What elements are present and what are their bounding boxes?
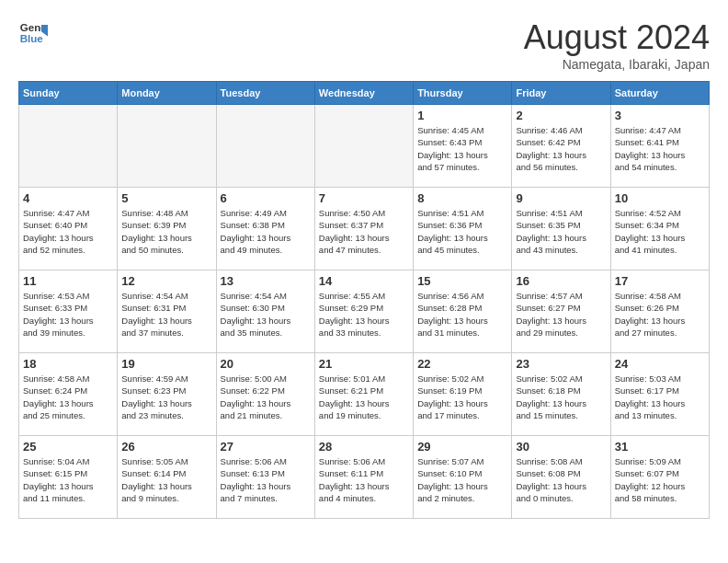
- day-number: 30: [516, 440, 606, 454]
- day-number: 7: [319, 191, 409, 205]
- calendar-cell: 3Sunrise: 4:47 AM Sunset: 6:41 PM Daylig…: [610, 105, 709, 188]
- day-number: 13: [221, 274, 311, 288]
- day-number: 26: [121, 440, 211, 454]
- calendar-week-row: 25Sunrise: 5:04 AM Sunset: 6:15 PM Dayli…: [19, 436, 710, 519]
- calendar-cell: 17Sunrise: 4:58 AM Sunset: 6:26 PM Dayli…: [610, 270, 709, 353]
- calendar-table: SundayMondayTuesdayWednesdayThursdayFrid…: [18, 81, 710, 519]
- calendar-cell: 31Sunrise: 5:09 AM Sunset: 6:07 PM Dayli…: [610, 436, 709, 519]
- day-info: Sunrise: 4:48 AM Sunset: 6:39 PM Dayligh…: [121, 207, 211, 256]
- weekday-header: Saturday: [610, 82, 709, 105]
- day-info: Sunrise: 5:06 AM Sunset: 6:11 PM Dayligh…: [319, 455, 409, 504]
- calendar-cell: [314, 105, 413, 188]
- header: General Blue August 2024 Namegata, Ibara…: [18, 18, 710, 72]
- day-info: Sunrise: 5:07 AM Sunset: 6:10 PM Dayligh…: [417, 455, 507, 504]
- calendar-cell: 15Sunrise: 4:56 AM Sunset: 6:28 PM Dayli…: [414, 270, 512, 353]
- day-number: 1: [417, 109, 507, 122]
- day-info: Sunrise: 5:02 AM Sunset: 6:18 PM Dayligh…: [516, 373, 606, 421]
- weekday-header: Thursday: [414, 82, 512, 105]
- day-number: 9: [516, 191, 606, 205]
- day-number: 15: [417, 274, 507, 288]
- calendar-cell: 9Sunrise: 4:51 AM Sunset: 6:35 PM Daylig…: [512, 188, 610, 270]
- day-info: Sunrise: 5:00 AM Sunset: 6:22 PM Dayligh…: [221, 373, 311, 421]
- calendar-cell: 21Sunrise: 5:01 AM Sunset: 6:21 PM Dayli…: [314, 353, 413, 436]
- calendar-cell: [118, 105, 216, 188]
- calendar-cell: 19Sunrise: 4:59 AM Sunset: 6:23 PM Dayli…: [118, 353, 216, 436]
- day-info: Sunrise: 4:47 AM Sunset: 6:41 PM Dayligh…: [615, 124, 705, 173]
- day-info: Sunrise: 4:51 AM Sunset: 6:35 PM Dayligh…: [516, 207, 606, 256]
- day-info: Sunrise: 4:56 AM Sunset: 6:28 PM Dayligh…: [417, 290, 507, 339]
- day-info: Sunrise: 5:01 AM Sunset: 6:21 PM Dayligh…: [319, 373, 409, 421]
- weekday-header: Monday: [118, 82, 216, 105]
- calendar-cell: 28Sunrise: 5:06 AM Sunset: 6:11 PM Dayli…: [314, 436, 413, 519]
- day-info: Sunrise: 4:53 AM Sunset: 6:33 PM Dayligh…: [23, 290, 113, 339]
- day-number: 4: [23, 191, 113, 205]
- day-number: 21: [319, 357, 409, 371]
- calendar-cell: 10Sunrise: 4:52 AM Sunset: 6:34 PM Dayli…: [610, 188, 709, 270]
- day-info: Sunrise: 4:51 AM Sunset: 6:36 PM Dayligh…: [417, 207, 507, 256]
- day-info: Sunrise: 5:02 AM Sunset: 6:19 PM Dayligh…: [417, 373, 507, 421]
- day-number: 5: [121, 191, 211, 205]
- day-number: 2: [516, 109, 606, 122]
- logo-icon: General Blue: [18, 18, 48, 48]
- day-number: 11: [23, 274, 113, 288]
- calendar-cell: 29Sunrise: 5:07 AM Sunset: 6:10 PM Dayli…: [414, 436, 512, 519]
- calendar-cell: 24Sunrise: 5:03 AM Sunset: 6:17 PM Dayli…: [610, 353, 709, 436]
- calendar-cell: 5Sunrise: 4:48 AM Sunset: 6:39 PM Daylig…: [118, 188, 216, 270]
- calendar-cell: 1Sunrise: 4:45 AM Sunset: 6:43 PM Daylig…: [414, 105, 512, 188]
- weekday-header: Sunday: [19, 82, 118, 105]
- calendar-week-row: 11Sunrise: 4:53 AM Sunset: 6:33 PM Dayli…: [19, 270, 710, 353]
- calendar-cell: 6Sunrise: 4:49 AM Sunset: 6:38 PM Daylig…: [216, 188, 314, 270]
- weekday-header: Friday: [512, 82, 610, 105]
- calendar-cell: 22Sunrise: 5:02 AM Sunset: 6:19 PM Dayli…: [414, 353, 512, 436]
- day-info: Sunrise: 5:05 AM Sunset: 6:14 PM Dayligh…: [121, 455, 211, 504]
- title-block: August 2024 Namegata, Ibaraki, Japan: [524, 18, 710, 72]
- calendar-week-row: 1Sunrise: 4:45 AM Sunset: 6:43 PM Daylig…: [19, 105, 710, 188]
- calendar-cell: 26Sunrise: 5:05 AM Sunset: 6:14 PM Dayli…: [118, 436, 216, 519]
- day-info: Sunrise: 4:58 AM Sunset: 6:26 PM Dayligh…: [615, 290, 705, 339]
- calendar-cell: 25Sunrise: 5:04 AM Sunset: 6:15 PM Dayli…: [19, 436, 118, 519]
- day-info: Sunrise: 4:50 AM Sunset: 6:37 PM Dayligh…: [319, 207, 409, 256]
- calendar-cell: 30Sunrise: 5:08 AM Sunset: 6:08 PM Dayli…: [512, 436, 610, 519]
- subtitle: Namegata, Ibaraki, Japan: [524, 57, 710, 72]
- day-info: Sunrise: 4:46 AM Sunset: 6:42 PM Dayligh…: [516, 124, 606, 173]
- calendar-cell: 4Sunrise: 4:47 AM Sunset: 6:40 PM Daylig…: [19, 188, 118, 270]
- calendar-cell: [216, 105, 314, 188]
- day-number: 14: [319, 274, 409, 288]
- day-number: 16: [516, 274, 606, 288]
- day-info: Sunrise: 4:49 AM Sunset: 6:38 PM Dayligh…: [221, 207, 311, 256]
- calendar-cell: 2Sunrise: 4:46 AM Sunset: 6:42 PM Daylig…: [512, 105, 610, 188]
- calendar-cell: 12Sunrise: 4:54 AM Sunset: 6:31 PM Dayli…: [118, 270, 216, 353]
- calendar-cell: 23Sunrise: 5:02 AM Sunset: 6:18 PM Dayli…: [512, 353, 610, 436]
- day-info: Sunrise: 4:45 AM Sunset: 6:43 PM Dayligh…: [417, 124, 507, 173]
- calendar-cell: 16Sunrise: 4:57 AM Sunset: 6:27 PM Dayli…: [512, 270, 610, 353]
- day-info: Sunrise: 4:58 AM Sunset: 6:24 PM Dayligh…: [23, 373, 113, 421]
- weekday-header: Tuesday: [216, 82, 314, 105]
- calendar-cell: 14Sunrise: 4:55 AM Sunset: 6:29 PM Dayli…: [314, 270, 413, 353]
- day-number: 3: [615, 109, 705, 122]
- day-info: Sunrise: 4:54 AM Sunset: 6:30 PM Dayligh…: [221, 290, 311, 339]
- calendar-cell: 27Sunrise: 5:06 AM Sunset: 6:13 PM Dayli…: [216, 436, 314, 519]
- day-info: Sunrise: 4:54 AM Sunset: 6:31 PM Dayligh…: [121, 290, 211, 339]
- day-number: 23: [516, 357, 606, 371]
- day-number: 29: [417, 440, 507, 454]
- weekday-header: Wednesday: [314, 82, 413, 105]
- calendar-cell: 13Sunrise: 4:54 AM Sunset: 6:30 PM Dayli…: [216, 270, 314, 353]
- day-number: 12: [121, 274, 211, 288]
- day-info: Sunrise: 4:57 AM Sunset: 6:27 PM Dayligh…: [516, 290, 606, 339]
- day-number: 8: [417, 191, 507, 205]
- day-number: 19: [121, 357, 211, 371]
- day-number: 27: [221, 440, 311, 454]
- calendar-cell: 8Sunrise: 4:51 AM Sunset: 6:36 PM Daylig…: [414, 188, 512, 270]
- calendar-week-row: 18Sunrise: 4:58 AM Sunset: 6:24 PM Dayli…: [19, 353, 710, 436]
- calendar-cell: [19, 105, 118, 188]
- day-number: 31: [615, 440, 705, 454]
- day-number: 20: [221, 357, 311, 371]
- calendar-cell: 7Sunrise: 4:50 AM Sunset: 6:37 PM Daylig…: [314, 188, 413, 270]
- logo: General Blue: [18, 18, 48, 48]
- day-number: 18: [23, 357, 113, 371]
- calendar-cell: 11Sunrise: 4:53 AM Sunset: 6:33 PM Dayli…: [19, 270, 118, 353]
- day-number: 22: [417, 357, 507, 371]
- day-info: Sunrise: 5:09 AM Sunset: 6:07 PM Dayligh…: [615, 455, 705, 504]
- day-info: Sunrise: 5:08 AM Sunset: 6:08 PM Dayligh…: [516, 455, 606, 504]
- day-info: Sunrise: 4:47 AM Sunset: 6:40 PM Dayligh…: [23, 207, 113, 256]
